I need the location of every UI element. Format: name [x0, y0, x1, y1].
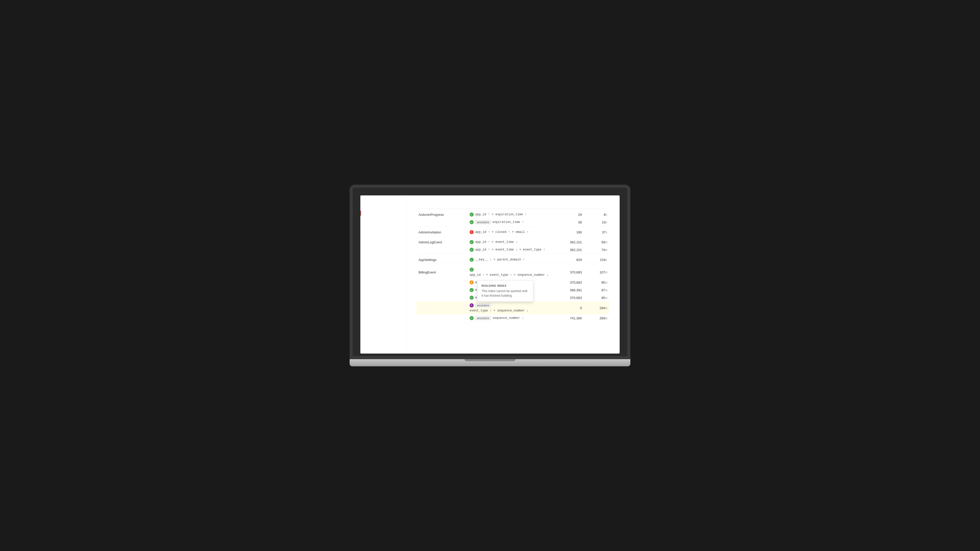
- ancestors-badge: ancestors: [475, 220, 491, 224]
- bytes-unit: M: [605, 289, 608, 292]
- index-cell-container: ✓ app_id ↑ + event_time ↓: [468, 237, 553, 246]
- entity-cell: BillingEvent: [417, 264, 468, 279]
- bytes-unit: M: [605, 317, 608, 320]
- entity-name: AppSettings: [418, 258, 436, 262]
- index-cell: ✓ ancestors sequence_number ↓: [469, 316, 551, 320]
- entity-cell: [417, 286, 468, 294]
- bytes-unit: K: [606, 221, 608, 224]
- table-row: ActionInProgress ✓ app_id ↑ + expiration…: [417, 209, 609, 219]
- status-icon: ✓: [469, 248, 474, 252]
- status-icon: ✓: [469, 295, 474, 300]
- entity-cell: [417, 302, 468, 314]
- entity-cell: [417, 246, 468, 254]
- bytes-value: 107: [600, 270, 605, 274]
- entity-name: ActionInProgress: [418, 213, 444, 217]
- index-fields: app_id ↑ + event_time ↓ + event_type ↑: [475, 248, 545, 251]
- status-icon: ↻: [469, 303, 474, 307]
- status-icon: ✓: [469, 316, 474, 320]
- entries-cell: 829: [553, 254, 584, 264]
- bytes-cell: 269M: [584, 314, 609, 322]
- bytes-unit: M: [605, 241, 608, 244]
- entries-value: 370,683: [570, 296, 582, 300]
- bytes-cell: 216K: [584, 254, 609, 264]
- index-cell-container: ↻ ancestors event_type ↑ + sequence_numb…: [468, 302, 553, 314]
- entries-value: 362,101: [570, 240, 582, 244]
- index-fields: event_type ↑ + usage_date ↓: [475, 288, 525, 292]
- index-fields: app_id ↑ + sequence_number ↓: [475, 281, 527, 284]
- entries-cell: 741,366: [553, 314, 584, 322]
- index-cell-container: ✓ event_type ↑ + usage_date ↓ BUILDING I…: [468, 286, 553, 294]
- index-cell: ↻ ancestors event_type ↑ + sequence_numb…: [469, 303, 551, 313]
- index-fields: event_type ↑ + sequence_number ↓: [469, 309, 528, 313]
- status-icon: ✓: [469, 240, 474, 244]
- bytes-value: 8: [604, 213, 605, 217]
- index-fields: expiration_time ↑: [493, 221, 524, 224]
- bytes-value: 59: [601, 240, 605, 244]
- bytes-unit: M: [605, 248, 608, 251]
- table-row: AdminInvitation ! app_id ↑ + closed ↑ + …: [417, 227, 609, 237]
- indexes-table: ActionInProgress ✓ app_id ↑ + expiration…: [417, 206, 609, 322]
- bytes-cell: 23K: [584, 218, 609, 227]
- laptop-notch: [465, 359, 515, 361]
- sidebar: [360, 195, 406, 354]
- bytes-unit: K: [606, 213, 608, 216]
- entity-name: AdminLogEvent: [418, 240, 442, 244]
- bytes-value: 23: [602, 221, 605, 224]
- entries-value: 29: [578, 213, 582, 217]
- bytes-cell: 95M: [584, 294, 609, 302]
- sidebar-item-indexes[interactable]: [360, 211, 406, 216]
- screen-inner: ActionInProgress ✓ app_id ↑ + expiration…: [360, 195, 620, 354]
- laptop-base: [350, 359, 630, 366]
- bytes-value: 216: [600, 258, 606, 262]
- index-cell-container: ! app_id ↑ + closed ↑ + email ↑: [468, 227, 553, 237]
- index-cell-container: ✓ app_id ↑ + expiration_time ↑: [468, 209, 553, 219]
- ancestors-badge: ancestors: [475, 316, 491, 320]
- index-cell: ✓ app_id ↑ + event_time ↓: [469, 240, 551, 244]
- entity-cell: [417, 294, 468, 302]
- sidebar-item-query[interactable]: [360, 216, 406, 221]
- index-fields: sequence_number ↓: [493, 316, 524, 320]
- entries-value: 58: [578, 221, 582, 224]
- status-icon: !: [469, 230, 474, 234]
- entries-cell: 362,101: [553, 246, 584, 254]
- col-entries: [553, 206, 584, 209]
- entries-value: 362,101: [570, 248, 582, 252]
- index-cell: ✓ event_type ↑: [469, 295, 551, 300]
- entries-cell: 29: [553, 209, 584, 219]
- bytes-cell: 95M: [584, 279, 609, 286]
- index-cell: ✓ app_id ↑ + expiration_time ↑: [469, 213, 551, 217]
- bytes-value: 74: [601, 248, 605, 252]
- table-row: AdminLogEvent ✓ app_id ↑ + event_time ↓ …: [417, 237, 609, 246]
- bytes-value: 37: [602, 230, 605, 234]
- bytes-value: 95: [601, 296, 605, 300]
- entries-value: 741,366: [570, 316, 582, 320]
- entries-cell: 366,391: [553, 286, 584, 294]
- col-entity: [417, 206, 468, 209]
- bytes-unit: M: [605, 306, 608, 310]
- bytes-unit: K: [606, 259, 608, 262]
- entries-value: 370,683: [570, 281, 582, 284]
- index-cell-container: ● app_id ↑ + sequence_number ↓: [468, 279, 553, 286]
- table-row: ✓ ancestors sequence_number ↓ 741,366269…: [417, 314, 609, 322]
- bytes-cell: 107M: [584, 264, 609, 279]
- table-row: BillingEvent ✓ app_id ↑ + event_type ↑ +…: [417, 264, 609, 279]
- entries-cell: 58: [553, 218, 584, 227]
- main-content[interactable]: ActionInProgress ✓ app_id ↑ + expiration…: [406, 195, 620, 354]
- index-cell: ✓ ancestors expiration_time ↑: [469, 220, 551, 224]
- entries-cell: 370,683: [553, 264, 584, 279]
- index-fields: app_id ↑ + event_type ↑ + sequence_numbe…: [469, 273, 549, 277]
- bytes-unit: M: [605, 281, 608, 284]
- table-row: AppSettings ✓ __key__ ↓ + parent_domain …: [417, 254, 609, 264]
- table-row: ✓ app_id ↑ + event_time ↓ + event_type ↑…: [417, 246, 609, 254]
- entries-cell: 370,683: [553, 294, 584, 302]
- entity-cell: AppSettings: [417, 254, 468, 264]
- index-cell-container: ✓ app_id ↑ + event_type ↑ + sequence_num…: [468, 264, 553, 279]
- entries-cell: 362,101: [553, 237, 584, 246]
- col-indexes: [468, 206, 553, 209]
- app-layout: ActionInProgress ✓ app_id ↑ + expiration…: [360, 195, 620, 354]
- index-fields: app_id ↑ + expiration_time ↑: [475, 213, 527, 216]
- bytes-value: 95: [601, 281, 605, 284]
- status-icon: ✓: [469, 258, 474, 262]
- col-bytes: [584, 206, 609, 209]
- index-cell: ✓ __key__ ↓ + parent_domain ↑: [469, 258, 551, 262]
